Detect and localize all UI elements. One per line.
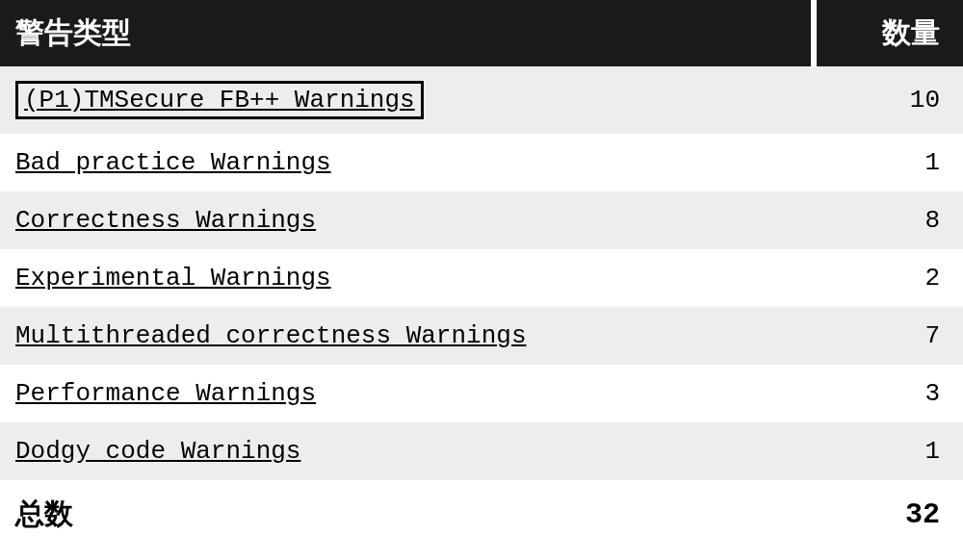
warning-link-correctness[interactable]: Correctness Warnings — [15, 206, 316, 235]
warning-type-cell: Bad practice Warnings — [0, 134, 814, 191]
header-count: 数量 — [814, 0, 963, 66]
warning-type-cell: Multithreaded correctness Warnings — [0, 307, 814, 365]
warning-count-cell: 8 — [814, 191, 963, 249]
warning-count-cell: 1 — [814, 422, 963, 480]
warning-link-experimental[interactable]: Experimental Warnings — [15, 264, 331, 293]
warning-type-cell: Experimental Warnings — [0, 249, 814, 307]
warning-link-bad-practice[interactable]: Bad practice Warnings — [15, 148, 331, 177]
total-value: 32 — [814, 480, 963, 548]
table-body: (P1)TMSecure FB++ Warnings 10 Bad practi… — [0, 66, 963, 480]
warning-type-cell: Dodgy code Warnings — [0, 422, 814, 480]
warning-link-dodgy[interactable]: Dodgy code Warnings — [15, 437, 300, 466]
warning-type-cell: Correctness Warnings — [0, 191, 814, 249]
warning-count-cell: 2 — [814, 249, 963, 307]
warning-count-cell: 3 — [814, 365, 963, 422]
table-footer-row: 总数 32 — [0, 480, 963, 548]
warning-link-multithreaded[interactable]: Multithreaded correctness Warnings — [15, 321, 527, 350]
table-row: Bad practice Warnings 1 — [0, 134, 963, 191]
total-label: 总数 — [0, 480, 814, 548]
table-row: Correctness Warnings 8 — [0, 191, 963, 249]
header-type: 警告类型 — [0, 0, 814, 66]
warning-count-cell: 1 — [814, 134, 963, 191]
warning-count-cell: 7 — [814, 307, 963, 365]
table-row: (P1)TMSecure FB++ Warnings 10 — [0, 66, 963, 134]
table-row: Dodgy code Warnings 1 — [0, 422, 963, 480]
warning-link-tmsecure[interactable]: (P1)TMSecure FB++ Warnings — [15, 81, 424, 119]
table-row: Performance Warnings 3 — [0, 365, 963, 422]
warning-type-cell: Performance Warnings — [0, 365, 814, 422]
warning-count-cell: 10 — [814, 66, 963, 134]
warning-type-cell: (P1)TMSecure FB++ Warnings — [0, 66, 814, 134]
table-row: Experimental Warnings 2 — [0, 249, 963, 307]
warnings-table: 警告类型 数量 (P1)TMSecure FB++ Warnings 10 Ba… — [0, 0, 963, 548]
table-header-row: 警告类型 数量 — [0, 0, 963, 66]
warning-link-performance[interactable]: Performance Warnings — [15, 379, 316, 408]
table-row: Multithreaded correctness Warnings 7 — [0, 307, 963, 365]
